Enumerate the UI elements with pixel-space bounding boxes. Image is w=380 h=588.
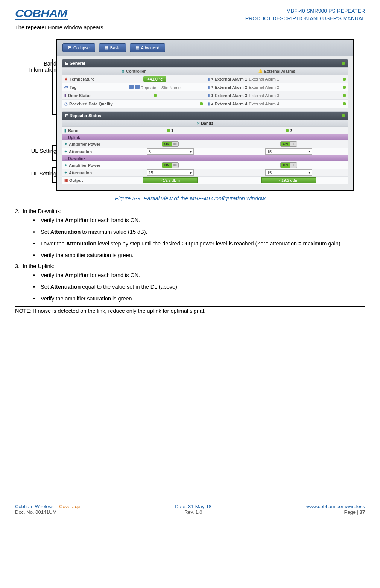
chevron-down-icon: ▾ — [308, 170, 310, 175]
figure-caption: Figure 3-9. Partial view of the MBF-40 C… — [15, 195, 365, 201]
door-status-row: ▮Door Status — [62, 91, 205, 100]
output-2-value: <19.2 dBm — [261, 177, 316, 183]
alarm-icon: ▮ — [208, 77, 210, 81]
door-icon: ▮ — [64, 93, 67, 97]
page-header: COBHAM MBF-40 SMR900 PS REPEATER PRODUCT… — [15, 8, 365, 22]
callout-band-info: Band Information — [15, 61, 56, 73]
chevron-down-icon: ▾ — [190, 149, 192, 154]
controller-subheader: ⚙Controller — [62, 67, 205, 75]
alarm-4-status — [343, 102, 346, 105]
controller-icon: ⚙ — [121, 69, 125, 73]
edit-icon[interactable] — [135, 85, 140, 89]
atten-icon: ✦ — [64, 171, 67, 175]
ul-amp-power-row: ✦Amplifier Power ON▯▯ ON▯▯ — [62, 140, 348, 148]
ul-amp-1-switch[interactable]: ON▯▯ — [162, 141, 179, 147]
dl-amp-power-row: ✦Amplifier Power ON▯▯ ON▯▯ — [62, 161, 348, 169]
output-icon: ▦ — [64, 178, 68, 182]
ul-attenuation-row: ✦Attenuation 8▾ 15▾ — [62, 148, 348, 155]
footer-center: Date: 31-May-18 Rev. 1.0 — [175, 504, 211, 515]
step-2-bullet-2: Set Attenuation to maximum value (15 dB)… — [44, 228, 365, 236]
repeater-status-header[interactable]: ⊟ Repeater Status — [62, 112, 348, 120]
repeater-status-panel: ⊟ Repeater Status ✕ Bands ▮Band 1 2 ↑ Up… — [62, 111, 348, 184]
logo-text: COBHAM — [15, 8, 76, 20]
grid-icon: ▦ — [105, 45, 108, 50]
grid-icon: ▦ — [135, 45, 139, 50]
uplink-header: ↑ Uplink — [62, 134, 348, 140]
dl-amp-1-switch[interactable]: ON▯▯ — [162, 162, 179, 168]
band-2-status — [286, 129, 289, 132]
bracket-band-info — [52, 59, 56, 115]
status-dot-icon — [342, 62, 345, 65]
footer-left: Cobham Wireless – Coverage Doc. No. 0014… — [15, 504, 80, 515]
figure-area: Band Information UL Setting DL Setting ⊟… — [15, 39, 365, 191]
lock-icon[interactable] — [129, 85, 134, 89]
general-header[interactable]: ⊟ General — [62, 59, 348, 67]
app-toolbar: ⊟Collapse ▦Basic ▦Advanced — [57, 40, 353, 56]
collapse-button[interactable]: ⊟Collapse — [62, 43, 95, 52]
downlink-header: ↓ Downlink — [62, 155, 348, 161]
alarm-3-status — [343, 94, 346, 97]
page-footer: Cobham Wireless – Coverage Doc. No. 0014… — [15, 502, 365, 515]
basic-button[interactable]: ▦Basic — [99, 43, 126, 52]
step-2: 2. In the Downlink: Verify the Amplifier… — [15, 208, 365, 259]
ext-alarm-3-row: ▮3 External Alarm 3External Alarm 3 — [205, 91, 348, 100]
alarm-icon: ▮ — [208, 85, 210, 89]
collapse-icon: ⊟ — [65, 113, 70, 118]
temperature-value: +41.0 °c — [143, 76, 166, 82]
step-2-bullet-1: Verify the Amplifier for each band is ON… — [44, 216, 365, 224]
step-3: 3. In the Uplink: Verify the Amplifier f… — [15, 263, 365, 303]
collapse-icon: ⊟ — [68, 45, 71, 50]
dl-atten-1-input[interactable]: 15▾ — [147, 169, 194, 176]
output-1-value: <19.2 dBm — [143, 177, 198, 183]
rdq-row: ◔Received Data Quality — [62, 100, 205, 108]
step-2-bullet-4: Verify the amplifier saturation is green… — [44, 251, 365, 259]
header-titles: MBF-40 SMR900 PS REPEATER PRODUCT DESCRI… — [245, 8, 365, 22]
brand-logo: COBHAM — [15, 8, 68, 20]
ul-atten-1-input[interactable]: 8▾ — [147, 148, 194, 155]
header-title-1: MBF-40 SMR900 PS REPEATER — [245, 8, 365, 15]
bracket-dl — [52, 167, 56, 183]
intro-text: The repeater Home window appears. — [15, 24, 365, 30]
chevron-down-icon: ▾ — [190, 170, 192, 175]
status-dot-icon — [342, 114, 345, 117]
collapse-icon: ⊟ — [65, 61, 70, 66]
step-2-bullet-3: Lower the Attenuation level step by step… — [44, 240, 365, 248]
bell-icon: 🔔 — [258, 69, 263, 73]
ul-atten-2-input[interactable]: 15▾ — [265, 148, 312, 155]
advanced-button[interactable]: ▦Advanced — [130, 43, 165, 52]
downlink-icon: ↓ — [65, 157, 67, 161]
footer-right: www.cobham.com/wireless Page | 37 — [306, 504, 365, 515]
alarm-icon: ▮ — [208, 102, 210, 106]
bracket-ul — [52, 145, 56, 161]
instruction-list: 2. In the Downlink: Verify the Amplifier… — [15, 208, 365, 303]
ext-alarm-4-row: ▮4 External Alarm 4External Alarm 4 — [205, 100, 348, 108]
step-3-bullet-1: Verify the Amplifier for each band is ON… — [44, 271, 365, 279]
amp-icon: ✦ — [64, 163, 67, 167]
tag-value: Repeater - Site Name — [141, 85, 181, 90]
output-row: ▦Output <19.2 dBm <19.2 dBm — [62, 177, 348, 184]
temperature-row: 🌡Temperature +41.0 °c — [62, 75, 205, 83]
ext-alarm-2-row: ▮2 External Alarm 2External Alarm 2 — [205, 83, 348, 91]
chevron-down-icon: ▾ — [308, 149, 310, 154]
bands-icon: ✕ — [197, 121, 200, 125]
dl-atten-2-input[interactable]: 15▾ — [265, 169, 312, 176]
alarm-1-status — [343, 78, 346, 81]
tag-icon: 🏷 — [64, 85, 68, 89]
thermometer-icon: 🌡 — [64, 77, 68, 81]
alarm-2-status — [343, 86, 346, 89]
band-1-status — [167, 129, 170, 132]
bands-subheader: ✕ Bands — [62, 120, 348, 127]
header-title-2: PRODUCT DESCRIPTION AND USER'S MANUAL — [245, 15, 365, 23]
ul-amp-2-switch[interactable]: ON▯▯ — [280, 141, 298, 147]
external-alarms-subheader: 🔔External Alarms — [205, 67, 348, 75]
band-icon: ▮ — [64, 128, 67, 133]
dl-amp-2-switch[interactable]: ON▯▯ — [280, 162, 298, 168]
atten-icon: ✦ — [64, 149, 67, 154]
rdq-status-indicator — [200, 102, 203, 105]
amp-icon: ✦ — [64, 142, 67, 146]
band-number-row: ▮Band 1 2 — [62, 127, 348, 134]
alarm-icon: ▮ — [208, 93, 210, 97]
general-panel: ⊟ General ⚙Controller 🌡Temperature +41.0… — [62, 59, 348, 108]
config-screenshot: ⊟Collapse ▦Basic ▦Advanced ⊟ General ⚙Co… — [56, 39, 354, 191]
signal-icon: ◔ — [64, 102, 68, 106]
